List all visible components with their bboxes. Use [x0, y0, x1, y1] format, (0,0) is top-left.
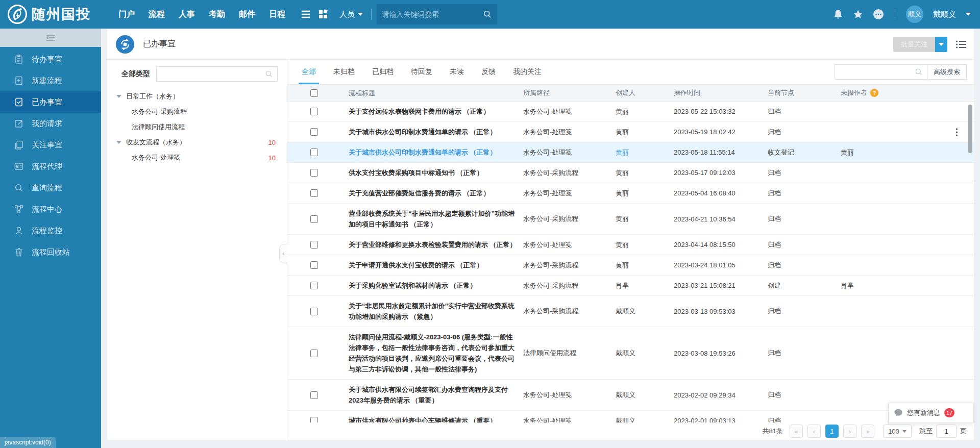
batch-follow-button[interactable]: 批量关注 — [893, 37, 947, 52]
tree-node[interactable]: 收发文流程（水务）10 — [107, 135, 287, 150]
row-checkbox[interactable] — [310, 350, 318, 357]
table-row[interactable]: 城市供水有限公司抄表中心车辆维修请示 （重要）水务公司-处理笺戴顺义2023-0… — [287, 411, 974, 422]
row-checkbox[interactable] — [310, 417, 318, 422]
table-row[interactable]: 营业部收费系统关于“非居民用水超定额累计加价”功能增加的项目中标通知书 （正常）… — [287, 204, 974, 235]
row-title[interactable]: 营业部收费系统关于“非居民用水超定额累计加价”功能增加的项目中标通知书 （正常） — [349, 204, 523, 234]
table-row[interactable]: 关于充值营业部催费短信服务费的请示 （正常）水务公司-处理笺黄丽2023-05-… — [287, 183, 974, 204]
row-checkbox[interactable] — [310, 391, 318, 399]
tree-node[interactable]: 水务公司-处理笺10 — [107, 150, 287, 165]
panel-collapse-handle[interactable]: ‹ — [279, 244, 287, 263]
table-row[interactable]: 关于城市供水公司印制水费通知单的请示 （正常）水务公司-处理笺黄丽2023-05… — [287, 142, 974, 163]
help-icon[interactable]: ? — [870, 89, 878, 97]
row-checkbox[interactable] — [310, 169, 318, 177]
tree-node[interactable]: 日常工作（水务） — [107, 89, 287, 104]
nav-item-0[interactable]: 门户 — [118, 9, 135, 20]
batch-follow-dropdown[interactable] — [935, 37, 947, 52]
row-checkbox[interactable] — [310, 308, 318, 315]
nav-item-4[interactable]: 邮件 — [239, 9, 255, 20]
expand-triangle-icon[interactable] — [116, 95, 121, 98]
favorites-star-icon[interactable] — [853, 9, 863, 19]
tab-2[interactable]: 已归档 — [372, 60, 394, 84]
row-title[interactable]: 关于城市供水公司印制水费通知单的请示 （正常） — [349, 142, 523, 162]
tab-5[interactable]: 反馈 — [481, 60, 496, 84]
avatar[interactable]: 顺义 — [906, 6, 923, 23]
tree-search-input[interactable] — [161, 70, 265, 78]
advanced-search-button[interactable]: 高级搜索 — [927, 64, 967, 80]
apps-grid-icon[interactable] — [318, 9, 328, 19]
row-title[interactable]: 城市供水有限公司抄表中心车辆维修请示 （重要） — [349, 411, 523, 422]
nav-item-3[interactable]: 考勤 — [209, 9, 225, 20]
sidebar-collapse-toggle[interactable] — [0, 29, 101, 47]
row-checkbox[interactable] — [310, 261, 318, 269]
sidebar-item-done[interactable]: 已办事宜 — [0, 91, 101, 113]
row-title[interactable]: 关于充值营业部催费短信服务费的请示 （正常） — [349, 183, 523, 203]
row-title[interactable]: 关于支付远传水表物联网卡费用的请示 （正常） — [349, 102, 523, 121]
row-checkbox[interactable] — [310, 128, 318, 136]
sidebar-item-todo[interactable]: 待办事宜 — [0, 48, 101, 70]
tree-node[interactable]: 水务公司-采购流程 — [107, 104, 287, 119]
row-title[interactable]: 关于“非居民用水超定额累计加价”实行中营业部收费系统功能增加的采购请示 （紧急） — [349, 296, 523, 327]
row-checkbox[interactable] — [310, 148, 318, 156]
sidebar-item-flow-proxy[interactable]: 流程代理 — [0, 156, 101, 177]
row-title[interactable]: 供水支付宝收费采购项目中标通知书 （正常） — [349, 163, 523, 183]
more-ellipsis-icon[interactable] — [873, 9, 884, 20]
notification-bell-icon[interactable] — [833, 9, 843, 19]
sidebar-item-flow-center[interactable]: 流程中心 — [0, 198, 101, 220]
table-row[interactable]: 关于申请开通供水支付宝收费的请示 （正常）水务公司-采购流程黄丽2023-03-… — [287, 255, 974, 276]
row-checkbox[interactable] — [310, 108, 318, 115]
table-row[interactable]: 供水支付宝收费采购项目中标通知书 （正常）水务公司-采购流程黄丽2023-05-… — [287, 163, 974, 183]
hamburger-icon[interactable] — [301, 10, 311, 18]
page-size-select[interactable]: 100 — [883, 425, 912, 438]
row-checkbox[interactable] — [310, 215, 318, 223]
sidebar-item-my-requests[interactable]: 我的请求 — [0, 113, 101, 134]
tab-6[interactable]: 我的关注 — [513, 60, 542, 84]
list-view-icon[interactable] — [955, 39, 967, 49]
sidebar-item-search-flow[interactable]: 查询流程 — [0, 177, 101, 198]
global-search-input[interactable] — [382, 10, 483, 18]
tree-node[interactable]: 法律顾问使用流程 — [107, 119, 287, 135]
row-title[interactable]: 关于采购化验室试剂和器材的请示 （正常） — [349, 276, 523, 295]
table-row[interactable]: 关于城市供水有限公司续签鄂汇办水费查询程序及支付2023年服务费的请示 （重要）… — [287, 380, 974, 411]
first-page-button[interactable]: « — [790, 425, 803, 438]
tab-1[interactable]: 未归档 — [333, 60, 355, 84]
tab-0[interactable]: 全部 — [302, 60, 316, 84]
user-chevron-down-icon[interactable] — [966, 13, 971, 16]
row-checkbox[interactable] — [310, 189, 318, 197]
table-row[interactable]: 关于支付远传水表物联网卡费用的请示 （正常）水务公司-处理笺黄丽2023-05-… — [287, 102, 974, 122]
nav-item-5[interactable]: 日程 — [269, 9, 285, 20]
row-title[interactable]: 关于城市供水有限公司续签鄂汇办水费查询程序及支付2023年服务费的请示 （重要） — [349, 380, 523, 410]
row-title[interactable]: 关于营业部维修和更换水表检验装置费用的请示 （正常） — [349, 235, 523, 255]
table-row[interactable]: 关于城市供水公司印制水费通知单的请示 （正常）水务公司-处理笺黄丽2023-05… — [287, 122, 974, 142]
list-search-input[interactable] — [839, 68, 915, 76]
row-checkbox[interactable] — [310, 282, 318, 289]
expand-triangle-icon[interactable] — [116, 141, 121, 144]
vertical-scrollbar-thumb[interactable] — [968, 105, 972, 153]
search-icon[interactable] — [483, 10, 492, 19]
tab-3[interactable]: 待回复 — [411, 60, 432, 84]
row-actions-menu-icon[interactable] — [956, 128, 958, 136]
row-title[interactable]: 关于申请开通供水支付宝收费的请示 （正常） — [349, 255, 523, 275]
search-icon[interactable] — [915, 68, 923, 76]
prev-page-button[interactable]: ‹ — [807, 425, 821, 438]
table-row[interactable]: 关于“非居民用水超定额累计加价”实行中营业部收费系统功能增加的采购请示 （紧急）… — [287, 296, 974, 327]
sidebar-item-followed[interactable]: 关注事宜 — [0, 134, 101, 156]
tab-4[interactable]: 未读 — [450, 60, 464, 84]
search-icon[interactable] — [265, 70, 273, 78]
nav-item-2[interactable]: 人事 — [179, 9, 195, 20]
user-name[interactable]: 戴顺义 — [933, 10, 956, 19]
select-all-checkbox[interactable] — [310, 89, 318, 97]
table-row[interactable]: 法律顾问使用流程-戴顺义-2023-03-06 (服务类型:一般性法律事务，包括… — [287, 327, 974, 380]
next-page-button[interactable]: › — [843, 425, 856, 438]
row-title[interactable]: 关于城市供水公司印制水费通知单的请示 （正常） — [349, 122, 523, 142]
last-page-button[interactable]: » — [861, 425, 874, 438]
row-checkbox[interactable] — [310, 241, 318, 248]
current-page-button[interactable]: 1 — [825, 425, 839, 438]
new-message-popup[interactable]: 您有新消息 17 — [888, 403, 974, 423]
table-row[interactable]: 关于营业部维修和更换水表检验装置费用的请示 （正常）水务公司-处理笺黄丽2023… — [287, 235, 974, 255]
row-title[interactable]: 法律顾问使用流程-戴顺义-2023-03-06 (服务类型:一般性法律事务，包括… — [349, 327, 523, 379]
nav-item-1[interactable]: 流程 — [149, 9, 165, 20]
sidebar-item-new-flow[interactable]: 新建流程 — [0, 70, 101, 91]
sidebar-item-flow-monitor[interactable]: 流程监控 — [0, 220, 101, 241]
person-menu[interactable]: 人员 — [339, 10, 363, 19]
table-row[interactable]: 关于采购化验室试剂和器材的请示 （正常）水务公司-采购流程肖芈2023-03-2… — [287, 276, 974, 296]
